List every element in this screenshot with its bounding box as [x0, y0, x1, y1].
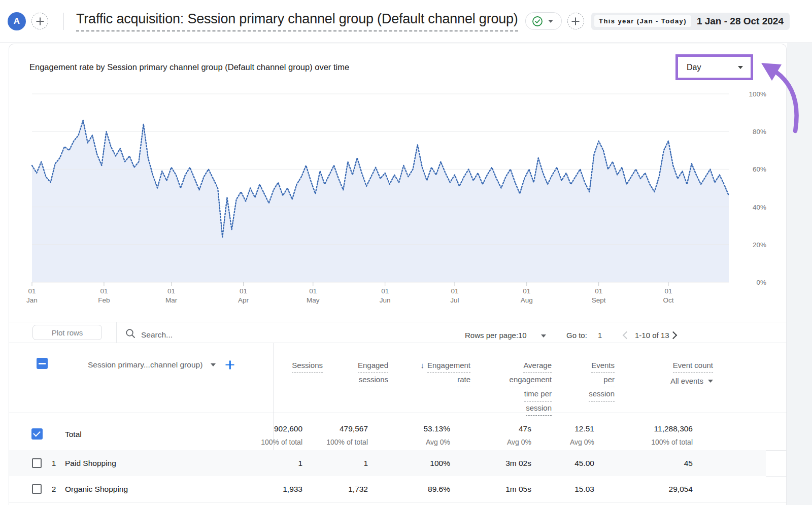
search-icon [125, 328, 136, 341]
cell-sessions: 1,933 [283, 485, 302, 494]
table-row: 1 Paid Shopping 1 1 100% 3m 02s 45.00 45 [9, 450, 766, 476]
svg-text:20%: 20% [753, 241, 766, 249]
total-label: Total [65, 430, 82, 439]
total-row-checkbox[interactable] [31, 428, 43, 440]
svg-text:01: 01 [381, 287, 389, 295]
svg-text:Sept: Sept [592, 296, 606, 304]
svg-text:May: May [307, 296, 320, 304]
cell-events-per-session: 15.03 [574, 485, 594, 494]
table-row: 2 Organic Shopping 1,933 1,732 89.6% 1m … [9, 476, 766, 502]
goto-label: Go to: [566, 331, 587, 340]
ga4-traffic-acquisition-report: A Traffic acquisition: Session primary c… [0, 0, 812, 505]
cell-event-count: 45 [684, 459, 693, 468]
top-bar: A Traffic acquisition: Session primary c… [0, 0, 812, 43]
date-range-value: 1 Jan - 28 Oct 2024 [697, 16, 784, 27]
cell-event-count: 29,054 [669, 485, 693, 494]
svg-text:01: 01 [309, 287, 317, 295]
chevron-down-icon [708, 380, 713, 383]
date-range-picker[interactable]: This year (Jan - Today) 1 Jan - 28 Oct 2… [591, 13, 790, 30]
svg-text:01: 01 [240, 287, 247, 295]
svg-text:01: 01 [664, 287, 672, 295]
event-count-filter[interactable]: All events [670, 375, 713, 388]
row-channel-name: Organic Shopping [65, 485, 128, 494]
chevron-down-icon[interactable] [541, 334, 546, 338]
total-avg-engagement-time: 47sAvg 0% [507, 424, 531, 446]
previous-page-button[interactable] [623, 331, 631, 340]
total-engaged-sessions: 479,567100% of total [326, 424, 368, 446]
svg-text:Oct: Oct [663, 296, 673, 304]
total-events-per-session: 12.51Avg 0% [570, 424, 594, 446]
svg-text:01: 01 [167, 287, 175, 295]
table-total-row: Total 902,600100% of total 479,567100% o… [9, 413, 766, 450]
report-card: Engagement rate by Session primary chann… [9, 44, 787, 505]
svg-text:60%: 60% [753, 165, 766, 173]
cell-avg-engagement-time: 1m 05s [505, 485, 531, 494]
cell-events-per-session: 45.00 [574, 459, 594, 468]
divider [116, 322, 117, 343]
report-status-badge[interactable] [525, 12, 562, 30]
column-header-event-count[interactable]: Event count All events [670, 359, 713, 388]
next-page-button[interactable] [669, 331, 678, 340]
goto-input[interactable]: 1 [598, 331, 602, 340]
cell-engaged-sessions: 1,732 [348, 485, 368, 494]
svg-text:01: 01 [28, 287, 36, 295]
rows-per-page-label: Rows per page: [465, 331, 518, 340]
column-header-engagement-rate[interactable]: ↓Engagement rate [420, 359, 470, 387]
add-dimension-button[interactable] [224, 359, 236, 371]
svg-text:Jun: Jun [380, 296, 391, 304]
sort-descending-icon: ↓ [420, 359, 424, 372]
rows-per-page-select[interactable]: 10 [518, 331, 527, 340]
add-report-button[interactable] [31, 13, 48, 29]
row-index: 1 [48, 459, 59, 468]
column-header-engaged-sessions[interactable]: Engaged sessions [358, 359, 388, 387]
cell-avg-engagement-time: 3m 02s [505, 459, 531, 468]
pagination-label: 1-10 of 13 [635, 331, 669, 340]
divider [9, 343, 787, 343]
row-index: 2 [48, 485, 59, 494]
engagement-rate-line-chart[interactable]: 0%20%40%60%80%100%01Jan01Feb01Mar01Apr01… [9, 44, 787, 313]
row-channel-name: Paid Shopping [65, 459, 116, 468]
row-checkbox[interactable] [32, 458, 42, 468]
svg-text:Feb: Feb [98, 296, 110, 304]
plot-rows-button[interactable]: Plot rows [32, 325, 102, 340]
column-header-events-per-session[interactable]: Events per session [589, 359, 615, 401]
total-engagement-rate: 53.13%Avg 0% [423, 424, 450, 446]
search-input[interactable]: Search... [141, 330, 425, 340]
svg-text:Mar: Mar [165, 296, 178, 304]
add-comparison-button[interactable] [567, 13, 584, 29]
date-preset-label: This year (Jan - Today) [594, 15, 691, 27]
svg-text:40%: 40% [753, 204, 766, 211]
svg-text:01: 01 [100, 287, 108, 295]
total-event-count: 11,288,306100% of total [651, 424, 693, 446]
report-title[interactable]: Traffic acquisition: Session primary cha… [76, 11, 518, 31]
right-gutter [787, 43, 812, 505]
svg-text:80%: 80% [753, 128, 766, 136]
svg-text:Apr: Apr [238, 296, 249, 304]
cell-engagement-rate: 100% [430, 459, 450, 468]
chevron-down-icon [548, 20, 553, 23]
svg-text:Aug: Aug [521, 296, 533, 304]
column-header-sessions[interactable]: Sessions [292, 359, 323, 373]
divider [9, 502, 787, 502]
total-sessions: 902,600100% of total [261, 424, 302, 446]
svg-text:0%: 0% [756, 279, 766, 286]
avatar: A [8, 12, 26, 30]
cell-engagement-rate: 89.6% [428, 485, 450, 494]
svg-text:01: 01 [451, 287, 458, 295]
svg-text:Jul: Jul [450, 296, 459, 304]
divider [63, 13, 64, 30]
cell-sessions: 1 [298, 459, 302, 468]
svg-text:Jan: Jan [26, 296, 38, 304]
chevron-down-icon[interactable] [211, 363, 216, 366]
svg-text:01: 01 [523, 287, 530, 295]
column-header-avg-engagement-time[interactable]: Average engagement time per session [510, 359, 552, 416]
divider [9, 322, 787, 322]
svg-text:01: 01 [595, 287, 602, 295]
cell-engaged-sessions: 1 [363, 459, 368, 468]
dimension-header[interactable]: Session primary...channel group) [88, 360, 202, 369]
check-circle-icon [532, 16, 543, 27]
select-all-checkbox[interactable] [37, 358, 48, 369]
svg-text:100%: 100% [749, 90, 766, 98]
row-checkbox[interactable] [32, 484, 42, 494]
